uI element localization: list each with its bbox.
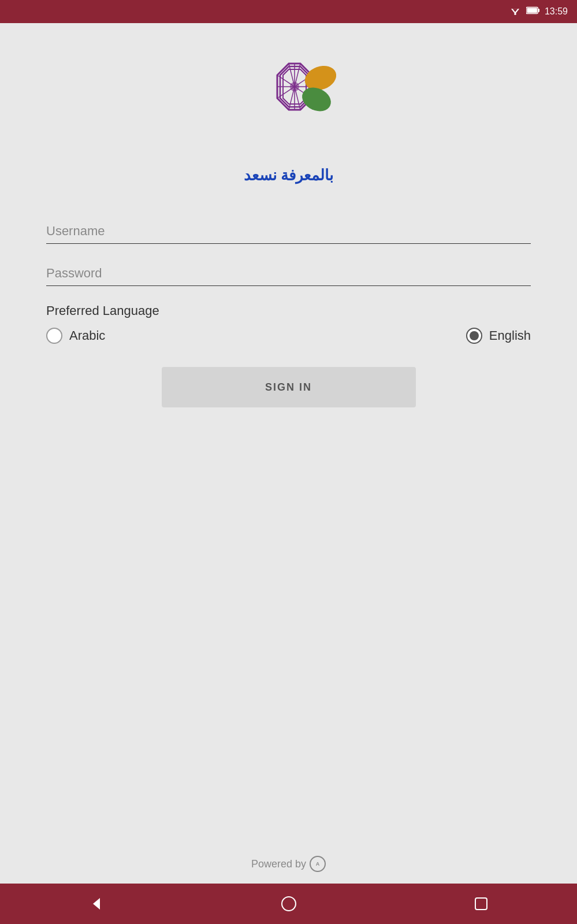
powered-by-text: Powered by	[251, 858, 306, 870]
back-button[interactable]	[83, 890, 110, 918]
autotech-logo: A	[310, 856, 326, 872]
arabic-label: Arabic	[69, 328, 105, 343]
bottom-nav	[0, 884, 577, 924]
home-icon	[281, 896, 297, 912]
main-content: بالمعرفة نسعد Preferred Language Arabic …	[0, 23, 577, 884]
svg-point-15	[290, 82, 299, 91]
svg-point-17	[298, 83, 334, 116]
back-icon	[88, 896, 105, 912]
svg-marker-18	[93, 898, 100, 910]
english-option[interactable]: English	[466, 328, 531, 344]
svg-point-2	[514, 13, 516, 15]
arabic-option[interactable]: Arabic	[46, 328, 105, 344]
logo-container: بالمعرفة نسعد	[231, 58, 347, 184]
arabic-radio[interactable]	[46, 328, 62, 344]
status-time: 13:59	[545, 6, 568, 17]
english-label: English	[489, 328, 531, 343]
username-input[interactable]	[46, 219, 531, 244]
logo-arabic-text: بالمعرفة نسعد	[244, 166, 333, 184]
status-bar-right: 13:59	[509, 6, 568, 17]
language-options: Arabic English	[46, 328, 531, 344]
app-logo	[231, 58, 347, 162]
sign-in-button[interactable]: SIGN IN	[162, 367, 416, 407]
recent-icon	[474, 896, 489, 911]
language-section: Preferred Language Arabic English	[46, 303, 531, 344]
username-group	[46, 219, 531, 244]
recent-button[interactable]	[468, 890, 494, 917]
wifi-icon	[509, 6, 522, 17]
svg-rect-20	[475, 898, 487, 910]
english-radio[interactable]	[466, 328, 482, 344]
preferred-language-label: Preferred Language	[46, 303, 531, 318]
svg-rect-4	[538, 9, 539, 12]
home-button[interactable]	[275, 890, 303, 918]
form-container	[46, 219, 531, 303]
status-bar: 13:59	[0, 0, 577, 23]
password-input[interactable]	[46, 261, 531, 286]
password-group	[46, 261, 531, 286]
svg-point-19	[282, 897, 296, 911]
svg-rect-5	[527, 8, 537, 13]
battery-icon	[526, 6, 540, 17]
footer: Powered by A	[240, 844, 337, 884]
